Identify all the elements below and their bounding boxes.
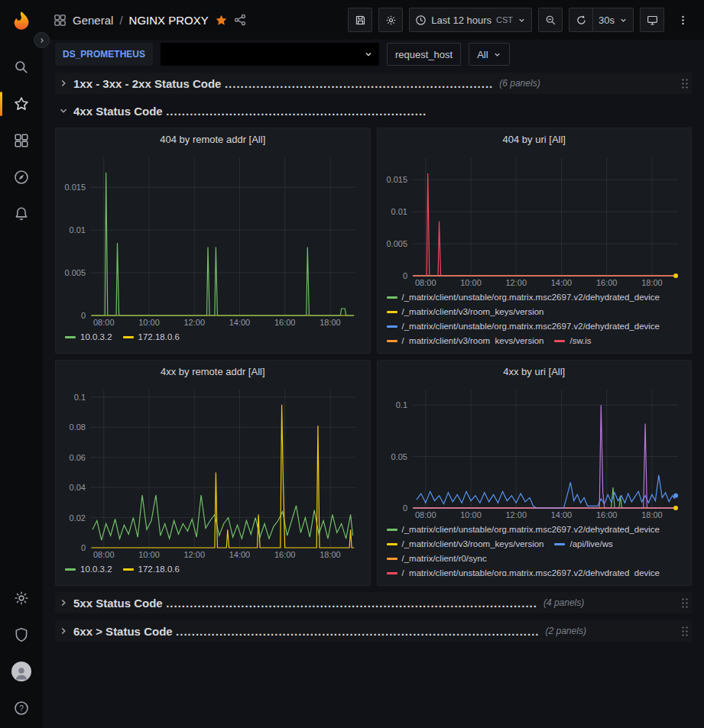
share-icon[interactable] xyxy=(234,14,246,26)
svg-text:10:00: 10:00 xyxy=(460,510,482,519)
gear-icon xyxy=(14,590,29,606)
variables-bar: DS_PROMETHEUS request_host All xyxy=(43,40,704,69)
svg-text:0.015: 0.015 xyxy=(386,175,407,184)
chevron-right-icon xyxy=(58,78,69,89)
row-drag-handle[interactable] xyxy=(681,78,689,89)
star-icon xyxy=(14,96,29,112)
legend-item[interactable]: 10.0.3.2 xyxy=(65,332,112,341)
chevron-right-icon xyxy=(58,597,69,608)
legend-row: /_matrix/client/r0/sync xyxy=(387,552,689,566)
legend-item[interactable]: /_matrix/client/v3/room_keys/version xyxy=(387,336,544,344)
sidebar-item-starred[interactable] xyxy=(0,86,43,122)
svg-text:18:00: 18:00 xyxy=(641,510,663,519)
legend-row: /_matrix/client/unstable/org.matrix.msc2… xyxy=(387,319,689,334)
legend-item[interactable]: /_matrix/client/unstable/org.matrix.msc2… xyxy=(387,525,660,534)
more-options-button[interactable] xyxy=(670,8,695,32)
clock-icon xyxy=(415,15,427,26)
svg-text:10:00: 10:00 xyxy=(460,278,482,287)
time-series-chart[interactable]: 08:0010:0012:0014:0016:0018:0000.0050.01… xyxy=(383,151,686,289)
toolbar: Last 12 hours CST 30s xyxy=(348,8,695,32)
row-title-leader: ........................................… xyxy=(166,597,537,610)
save-icon xyxy=(355,15,366,26)
panel-title[interactable]: 404 by remote addr [All] xyxy=(56,128,370,151)
row-6xx[interactable]: 6xx > Status Code ......................… xyxy=(55,620,692,642)
legend-row: /_matrix/client/v3/room_keys/version/sw.… xyxy=(387,334,689,344)
sidebar-item-configuration[interactable] xyxy=(0,580,43,616)
apps-grid-icon xyxy=(54,14,67,27)
user-icon xyxy=(13,665,30,681)
legend-row: /_matrix/client/v3/room_keys/version/api… xyxy=(387,537,689,552)
row-4xx[interactable]: 4xx Status Code ........................… xyxy=(55,100,692,121)
sidebar-item-search[interactable] xyxy=(0,49,43,86)
legend-row: 10.0.3.2172.18.0.6 xyxy=(65,562,367,577)
svg-text:0.08: 0.08 xyxy=(70,422,86,432)
request-host-label: request_host xyxy=(395,49,453,60)
svg-text:0: 0 xyxy=(81,311,86,320)
caret-down-icon xyxy=(493,50,501,59)
legend-item[interactable]: /_matrix/client/unstable/org.matrix.msc2… xyxy=(387,322,660,331)
panel-404-by-remote-addr: 404 by remote addr [All] 08:0010:0012:00… xyxy=(55,128,371,354)
legend-item[interactable]: /api/live/ws xyxy=(554,539,612,548)
breadcrumb-folder[interactable]: General xyxy=(73,14,113,27)
legend-item[interactable]: 10.0.3.2 xyxy=(65,565,112,574)
sidebar-item-server-admin[interactable] xyxy=(0,616,43,653)
request-host-select[interactable]: All xyxy=(469,43,509,66)
kebab-menu-icon xyxy=(677,15,689,26)
svg-text:10:00: 10:00 xyxy=(138,550,160,559)
panel-title[interactable]: 4xx by uri [All] xyxy=(378,361,692,383)
legend-item[interactable]: /_matrix/client/v3/room_keys/version xyxy=(387,307,544,316)
panel-title[interactable]: 404 by uri [All] xyxy=(378,128,692,151)
legend-item[interactable]: /sw.js xyxy=(554,336,591,344)
time-series-chart[interactable]: 08:0010:0012:0014:0016:0018:0000.050.1 xyxy=(383,383,686,521)
legend-item[interactable]: /_matrix/client/r0/sync xyxy=(387,554,487,563)
time-series-chart[interactable]: 08:0010:0012:0014:0016:0018:0000.020.040… xyxy=(61,383,364,561)
legend-item[interactable]: 172.18.0.6 xyxy=(123,332,180,341)
row-1xx-3xx-2xx[interactable]: 1xx - 3xx - 2xx Status Code ............… xyxy=(55,73,692,94)
legend-item[interactable]: 172.18.0.6 xyxy=(123,565,180,574)
legend-item[interactable]: /_matrix/client/unstable/org.matrix.msc2… xyxy=(387,568,660,576)
sidebar-item-alerting[interactable] xyxy=(0,196,43,232)
variable-label-datasource[interactable]: DS_PROMETHEUS xyxy=(55,43,153,66)
refresh-interval-dropdown[interactable]: 30s xyxy=(593,8,634,32)
row-title: 5xx Status Code xyxy=(73,597,163,610)
dashboard-settings-button[interactable] xyxy=(378,8,403,32)
sidebar-item-help[interactable]: ? xyxy=(0,690,43,726)
svg-text:16:00: 16:00 xyxy=(596,510,618,519)
legend-item[interactable]: /_matrix/client/unstable/org.matrix.msc2… xyxy=(387,293,660,302)
sidebar-item-dashboards[interactable] xyxy=(0,122,43,159)
row-drag-handle[interactable] xyxy=(681,597,689,609)
sidebar-item-profile[interactable] xyxy=(0,653,43,690)
panel-title[interactable]: 4xx by remote addr [All] xyxy=(56,361,370,383)
compass-icon xyxy=(14,170,29,185)
svg-text:08:00: 08:00 xyxy=(93,550,115,559)
panel-4xx-by-remote-addr: 4xx by remote addr [All] 08:0010:0012:00… xyxy=(55,360,371,586)
svg-text:12:00: 12:00 xyxy=(505,510,527,519)
sidebar-item-explore[interactable] xyxy=(0,159,43,196)
svg-text:10:00: 10:00 xyxy=(138,318,160,327)
zoom-out-button[interactable] xyxy=(538,8,563,32)
svg-text:0.1: 0.1 xyxy=(395,400,407,409)
variable-label-request-host[interactable]: request_host xyxy=(387,43,461,66)
datasource-select[interactable] xyxy=(161,43,379,66)
sidebar-expand-button[interactable] xyxy=(34,32,50,48)
svg-text:12:00: 12:00 xyxy=(184,318,206,327)
row-panel-count: (4 panels) xyxy=(543,597,584,608)
panel-legend: 10.0.3.2172.18.0.6 xyxy=(56,561,370,580)
time-range-picker[interactable]: Last 12 hours CST xyxy=(409,8,532,32)
time-series-chart[interactable]: 08:0010:0012:0014:0016:0018:0000.0050.01… xyxy=(61,151,364,328)
dashboard-title[interactable]: NGINX PROXY xyxy=(129,14,209,27)
avatar xyxy=(11,662,31,681)
legend-item[interactable]: /_matrix/client/v3/room_keys/version xyxy=(387,539,544,548)
search-icon xyxy=(14,60,29,75)
caret-down-icon xyxy=(364,50,373,59)
refresh-button[interactable] xyxy=(569,8,593,32)
row-drag-handle[interactable] xyxy=(681,626,689,637)
grafana-app: ? General / NGINX PROXY xyxy=(0,0,704,728)
row-5xx[interactable]: 5xx Status Code ........................… xyxy=(55,592,692,613)
row-title: 4xx Status Code xyxy=(73,105,163,118)
kiosk-mode-button[interactable] xyxy=(640,8,664,32)
star-filled-icon[interactable] xyxy=(215,14,228,27)
save-dashboard-button[interactable] xyxy=(348,8,372,32)
row-title: 1xx - 3xx - 2xx Status Code xyxy=(73,77,221,90)
svg-text:0.05: 0.05 xyxy=(391,452,407,461)
